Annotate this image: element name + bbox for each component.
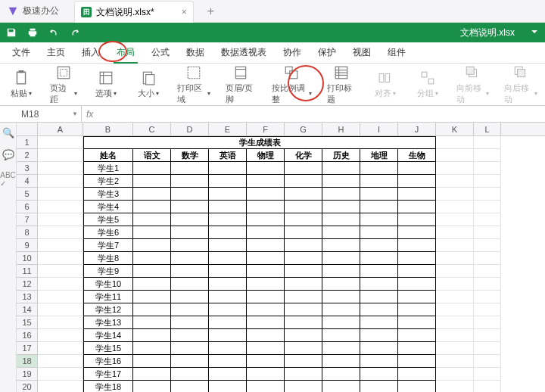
cell-D17[interactable]: [171, 342, 209, 355]
cell-H11[interactable]: [322, 265, 360, 278]
cell-D19[interactable]: [171, 368, 209, 381]
cell-B14[interactable]: 学生12: [83, 303, 133, 316]
cell-J17[interactable]: [398, 342, 436, 355]
cell-B7[interactable]: 学生5: [83, 213, 133, 226]
row-header-13[interactable]: 13: [17, 291, 38, 303]
menu-组件[interactable]: 组件: [380, 43, 413, 62]
cell-G15[interactable]: [285, 316, 322, 329]
undo-icon[interactable]: [48, 27, 59, 38]
cell-H18[interactable]: [322, 355, 360, 368]
cell-G14[interactable]: [285, 303, 322, 316]
cell-C19[interactable]: [133, 368, 171, 381]
row-header-7[interactable]: 7: [17, 213, 38, 226]
cell-C3[interactable]: [133, 162, 171, 175]
cell-H14[interactable]: [322, 303, 360, 316]
cell-C8[interactable]: [133, 226, 171, 239]
cell-D7[interactable]: [171, 213, 209, 226]
cell-C5[interactable]: [133, 188, 171, 201]
fx-label[interactable]: fx: [82, 109, 98, 120]
cell-I15[interactable]: [360, 316, 398, 329]
ribbon-print-area[interactable]: 打印区域▾: [177, 64, 210, 105]
cell-H7[interactable]: [322, 213, 360, 226]
cell-K17[interactable]: [436, 342, 474, 355]
cell-E7[interactable]: [209, 213, 247, 226]
name-box-dropdown-icon[interactable]: ▼: [72, 110, 78, 117]
cell-D18[interactable]: [171, 355, 209, 368]
cell-I8[interactable]: [360, 226, 398, 239]
cell-H10[interactable]: [322, 252, 360, 265]
cell-J8[interactable]: [398, 226, 436, 239]
cell-C7[interactable]: [133, 213, 171, 226]
cell-C16[interactable]: [133, 329, 171, 342]
cell-I4[interactable]: [360, 175, 398, 188]
cell-G11[interactable]: [285, 265, 322, 278]
cell-K2[interactable]: [436, 149, 474, 162]
row-header-12[interactable]: 12: [17, 278, 38, 291]
menu-视图[interactable]: 视图: [345, 43, 378, 62]
cell-G16[interactable]: [285, 329, 322, 342]
cell-G19[interactable]: [285, 368, 322, 381]
cell-L14[interactable]: [474, 303, 501, 316]
cell-L13[interactable]: [474, 291, 501, 303]
row-header-11[interactable]: 11: [17, 265, 38, 278]
cell-B19[interactable]: 学生17: [83, 368, 133, 381]
cell-F14[interactable]: [247, 303, 285, 316]
cell-D12[interactable]: [171, 278, 209, 291]
cell-K7[interactable]: [436, 213, 474, 226]
cell-F16[interactable]: [247, 329, 285, 342]
col-header-E[interactable]: E: [209, 123, 247, 135]
cell-J14[interactable]: [398, 303, 436, 316]
cell-L18[interactable]: [474, 355, 501, 368]
cell-G4[interactable]: [285, 175, 322, 188]
cell-A18[interactable]: [38, 355, 83, 368]
cell-H9[interactable]: [322, 239, 360, 252]
cell-L9[interactable]: [474, 239, 501, 252]
cell-I18[interactable]: [360, 355, 398, 368]
select-all-corner[interactable]: [17, 123, 38, 135]
ribbon-options[interactable]: 选项▾: [92, 70, 120, 99]
cell-J15[interactable]: [398, 316, 436, 329]
cell-E10[interactable]: [209, 252, 247, 265]
cell-D20[interactable]: [171, 381, 209, 392]
col-header-J[interactable]: J: [398, 123, 436, 135]
cell-F12[interactable]: [247, 278, 285, 291]
row-header-14[interactable]: 14: [17, 303, 38, 316]
cell-L20[interactable]: [474, 381, 501, 392]
ribbon-scale[interactable]: 按比例调整▾: [272, 64, 312, 105]
cell-E11[interactable]: [209, 265, 247, 278]
row-header-8[interactable]: 8: [17, 226, 38, 239]
cell-J7[interactable]: [398, 213, 436, 226]
cell-E12[interactable]: [209, 278, 247, 291]
cell-J20[interactable]: [398, 381, 436, 392]
menu-数据透视表[interactable]: 数据透视表: [213, 43, 274, 62]
cell-F3[interactable]: [247, 162, 285, 175]
cell-E13[interactable]: [209, 291, 247, 303]
ribbon-print-titles[interactable]: 打印标题: [327, 64, 356, 105]
cell-F11[interactable]: [247, 265, 285, 278]
cell-B17[interactable]: 学生15: [83, 342, 133, 355]
cell-A12[interactable]: [38, 278, 83, 291]
cell-E19[interactable]: [209, 368, 247, 381]
cell-C12[interactable]: [133, 278, 171, 291]
cell-C11[interactable]: [133, 265, 171, 278]
cell-B2[interactable]: 姓名: [83, 149, 133, 162]
cell-C4[interactable]: [133, 175, 171, 188]
row-header-10[interactable]: 10: [17, 252, 38, 265]
cell-B6[interactable]: 学生4: [83, 201, 133, 213]
cell-I13[interactable]: [360, 291, 398, 303]
cell-A13[interactable]: [38, 291, 83, 303]
cell-K3[interactable]: [436, 162, 474, 175]
cell-D16[interactable]: [171, 329, 209, 342]
cell-A20[interactable]: [38, 381, 83, 392]
cell-F2[interactable]: 物理: [247, 149, 285, 162]
cell-H20[interactable]: [322, 381, 360, 392]
print-icon[interactable]: [27, 27, 38, 38]
cell-H3[interactable]: [322, 162, 360, 175]
new-tab-button[interactable]: +: [207, 5, 214, 18]
cell-I14[interactable]: [360, 303, 398, 316]
cell-I5[interactable]: [360, 188, 398, 201]
cell-L3[interactable]: [474, 162, 501, 175]
cell-F8[interactable]: [247, 226, 285, 239]
cell-F9[interactable]: [247, 239, 285, 252]
cell-L16[interactable]: [474, 329, 501, 342]
